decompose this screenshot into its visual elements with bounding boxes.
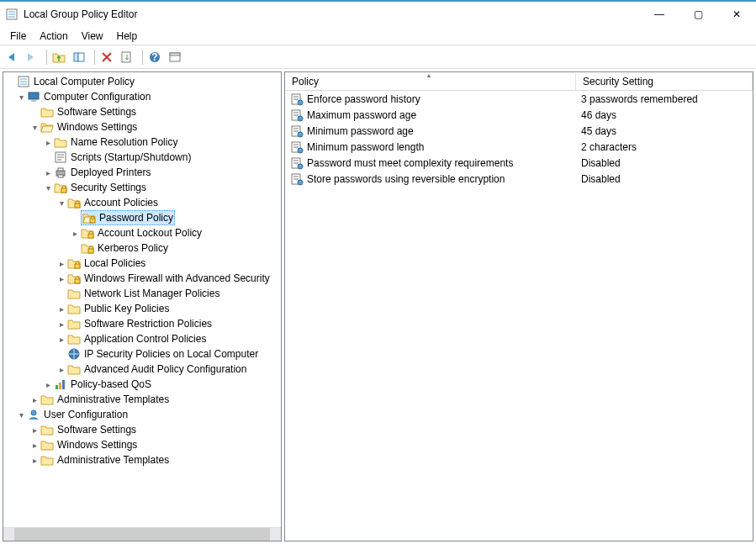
tree-item-software-settings[interactable]: ▸ Software Settings	[3, 104, 281, 119]
tree-item-admin-templates[interactable]: ▸ Administrative Templates	[3, 392, 281, 407]
chevron-right-icon[interactable]: ▸	[56, 335, 67, 344]
chevron-right-icon[interactable]: ▸	[56, 320, 67, 329]
chevron-right-icon[interactable]: ▸	[42, 380, 54, 389]
help-button[interactable]	[147, 48, 166, 66]
tree-item-kerberos-policy[interactable]: ▸ Kerberos Policy	[3, 240, 281, 256]
tree-item-computer-config[interactable]: ▾ Computer Configuration	[3, 89, 281, 104]
folder-lock-icon	[67, 272, 81, 285]
tree-item-app-control[interactable]: ▸ Application Control Policies	[3, 331, 281, 346]
tree-item-public-key[interactable]: ▸ Public Key Policies	[3, 301, 281, 316]
maximize-button[interactable]: ▢	[679, 2, 717, 27]
tree-label: Security Settings	[71, 182, 146, 193]
tree-label: User Configuration	[44, 409, 128, 420]
tree-horizontal-scrollbar[interactable]	[3, 527, 281, 541]
window-title: Local Group Policy Editor	[24, 8, 640, 20]
policy-item-icon	[290, 92, 304, 106]
chevron-right-icon[interactable]: ▸	[29, 456, 40, 465]
tree-item-ip-security[interactable]: ▸ IP Security Policies on Local Computer	[3, 346, 281, 362]
tree-item-network-list[interactable]: ▸ Network List Manager Policies	[3, 286, 281, 301]
tree-item-user-admin-templates[interactable]: ▸ Administrative Templates	[3, 452, 281, 467]
folder-icon	[40, 438, 54, 452]
tree-item-account-policies[interactable]: ▾ Account Policies	[3, 195, 281, 210]
tree-item-password-policy[interactable]: ▸ Password Policy	[3, 210, 281, 225]
cell-setting: 45 days	[576, 125, 753, 137]
cell-policy: Minimum password length	[285, 140, 576, 154]
tree-item-name-resolution[interactable]: ▸ Name Resolution Policy	[3, 135, 281, 150]
chevron-down-icon[interactable]: ▾	[15, 92, 27, 102]
properties-button[interactable]	[167, 48, 186, 66]
chevron-right-icon[interactable]: ▸	[56, 365, 67, 374]
list-row[interactable]: Password must meet complexity requiremen…	[285, 155, 753, 171]
folder-icon	[67, 317, 81, 330]
menu-help[interactable]: Help	[110, 28, 145, 45]
folder-icon	[40, 453, 54, 467]
minimize-button[interactable]: —	[640, 2, 679, 27]
chevron-right-icon[interactable]: ▸	[42, 138, 54, 147]
cell-policy: Password must meet complexity requiremen…	[285, 156, 576, 170]
tree-item-security-settings[interactable]: ▾ Security Settings	[3, 180, 281, 195]
show-hide-tree-button[interactable]	[71, 48, 90, 66]
menu-action[interactable]: Action	[33, 28, 74, 45]
scroll-right-button[interactable]	[269, 528, 281, 541]
tree-item-user-software-settings[interactable]: ▸ Software Settings	[3, 422, 281, 437]
chevron-down-icon[interactable]: ▾	[42, 183, 54, 193]
back-button[interactable]	[3, 48, 22, 66]
app-window: Local Group Policy Editor — ▢ ✕ File Act…	[0, 0, 756, 544]
chevron-right-icon[interactable]: ▸	[69, 229, 81, 238]
chevron-right-icon[interactable]: ▸	[42, 168, 54, 177]
tree-item-account-lockout[interactable]: ▸ Account Lockout Policy	[3, 225, 281, 240]
chevron-right-icon[interactable]: ▸	[29, 395, 40, 404]
list-body[interactable]: Enforce password history3 passwords reme…	[285, 91, 753, 541]
back-icon	[4, 50, 18, 64]
tree-item-software-restriction[interactable]: ▸ Software Restriction Policies	[3, 316, 281, 331]
scroll-left-button[interactable]	[3, 528, 15, 541]
list-row[interactable]: Enforce password history3 passwords reme…	[285, 91, 753, 107]
chevron-down-icon[interactable]: ▾	[15, 410, 27, 420]
tree-view[interactable]: ▾ Local Computer Policy ▾ Computer Confi…	[3, 72, 281, 527]
tree-label: Network List Manager Policies	[84, 288, 219, 299]
menu-file[interactable]: File	[3, 28, 33, 45]
qos-icon	[54, 378, 67, 391]
tree-item-deployed-printers[interactable]: ▸ Deployed Printers	[3, 165, 281, 180]
tree-label: Administrative Templates	[57, 454, 169, 466]
tree-item-root[interactable]: ▾ Local Computer Policy	[3, 74, 281, 89]
chevron-down-icon[interactable]: ▾	[56, 198, 67, 208]
scroll-thumb[interactable]	[15, 528, 269, 541]
folder-lock-icon	[81, 241, 94, 255]
menu-view[interactable]: View	[75, 28, 110, 45]
chevron-down-icon[interactable]: ▾	[29, 123, 40, 132]
tree-label: Application Control Policies	[84, 333, 206, 345]
forward-button[interactable]	[24, 48, 42, 66]
column-header-setting[interactable]: Security Setting	[576, 73, 753, 90]
delete-button[interactable]	[99, 48, 118, 66]
list-header: Policy Security Setting	[285, 72, 753, 91]
tree-item-local-policies[interactable]: ▸ Local Policies	[3, 256, 281, 271]
chevron-right-icon[interactable]: ▸	[29, 425, 40, 435]
folder-icon	[54, 135, 67, 149]
export-list-button[interactable]	[119, 48, 138, 66]
chevron-right-icon[interactable]: ▸	[56, 274, 67, 283]
list-row[interactable]: Maximum password age46 days	[285, 107, 753, 123]
tree-item-user-windows-settings[interactable]: ▸ Windows Settings	[3, 437, 281, 452]
tree-item-windows-settings[interactable]: ▾ Windows Settings	[3, 119, 281, 135]
tree-item-user-config[interactable]: ▾ User Configuration	[3, 407, 281, 422]
tree-item-qos[interactable]: ▸ Policy-based QoS	[3, 377, 281, 392]
chevron-right-icon[interactable]: ▸	[56, 259, 67, 268]
up-one-level-button[interactable]	[51, 48, 70, 66]
tree-item-scripts[interactable]: ▸ Scripts (Startup/Shutdown)	[3, 150, 281, 165]
chevron-right-icon[interactable]: ▸	[29, 441, 40, 450]
tree-label: Local Policies	[84, 257, 145, 269]
list-row[interactable]: Minimum password age45 days	[285, 123, 753, 139]
tree-label: Software Settings	[57, 106, 136, 118]
list-row[interactable]: Minimum password length2 characters	[285, 139, 753, 155]
folder-icon	[40, 393, 54, 406]
tree-item-advanced-audit[interactable]: ▸ Advanced Audit Policy Configuration	[3, 362, 281, 377]
close-button[interactable]: ✕	[717, 2, 756, 27]
column-header-policy[interactable]: Policy	[285, 73, 576, 90]
chevron-right-icon[interactable]: ▸	[56, 304, 67, 314]
list-row[interactable]: Store passwords using reversible encrypt…	[285, 171, 753, 187]
policy-item-icon	[290, 108, 304, 122]
tree-item-firewall[interactable]: ▸ Windows Firewall with Advanced Securit…	[3, 271, 281, 286]
cell-policy: Maximum password age	[285, 108, 576, 122]
policy-item-icon	[290, 124, 304, 138]
